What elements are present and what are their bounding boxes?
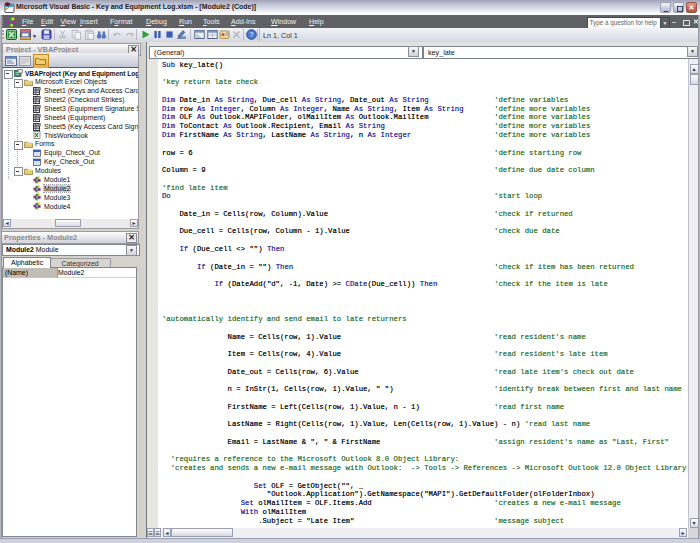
svg-text:?: ?	[250, 31, 254, 38]
